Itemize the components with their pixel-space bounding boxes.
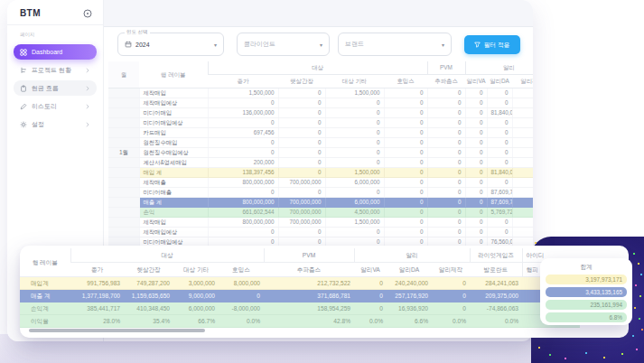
- value-cell: 0: [384, 108, 427, 118]
- value-cell: 0: [487, 88, 512, 98]
- group-header: 알리: [465, 61, 533, 75]
- value-cell: 371,686,781: [264, 290, 354, 302]
- sidebar-section-label: 페이지: [7, 30, 103, 42]
- value-cell: 0: [487, 138, 512, 148]
- year-select[interactable]: 연도 선택 2024 ▾: [117, 33, 224, 56]
- month-cell: [108, 128, 139, 138]
- column-header: 호밍스: [384, 75, 427, 88]
- sidebar-toggle-icon[interactable]: [83, 9, 92, 18]
- horizontal-scrollbar[interactable]: [29, 329, 205, 332]
- total-purchases: 3,197,973,171: [546, 275, 627, 284]
- value-cell: 0: [278, 138, 325, 148]
- row-label-column-header: 행 레이블: [139, 61, 208, 88]
- month-cell: [108, 108, 139, 118]
- table-row: 원천징수매입예상 0 0 0 0 0 0 0: [108, 148, 533, 158]
- value-cell: [512, 228, 533, 237]
- value-cell: 800,000,000: [208, 178, 278, 188]
- total-profit: 235,161,994: [546, 300, 627, 310]
- value-cell: 0: [487, 218, 512, 228]
- value-cell: 697,456: [208, 128, 278, 138]
- sidebar-item-settings[interactable]: 설정: [14, 116, 97, 132]
- value-cell: 0: [465, 108, 487, 118]
- calendar-icon: [125, 41, 132, 48]
- value-cell: 0: [208, 228, 278, 237]
- row-label-cell: 제작매입예상: [139, 228, 208, 237]
- column-header: 종가: [208, 75, 278, 88]
- value-cell: 0: [325, 148, 384, 158]
- client-select[interactable]: 클라이언트 ▾: [237, 33, 330, 56]
- brand-select[interactable]: 브랜드 ▾: [338, 33, 452, 56]
- sidebar-item-cashflow[interactable]: 현금 흐름: [14, 80, 97, 96]
- totals-card: 합계 3,197,973,171 3,433,135,165 235,161,9…: [540, 258, 632, 325]
- value-cell: 0: [465, 178, 487, 188]
- month-cell: [108, 98, 139, 108]
- table-row: 매출 계 800,000,000 700,000,000 6,000,000 0…: [108, 198, 533, 208]
- value-cell: 0: [219, 290, 264, 302]
- value-cell: 0: [278, 108, 325, 118]
- column-header: 햇살간장: [124, 263, 173, 277]
- value-cell: 0: [384, 178, 427, 188]
- sidebar-item-history[interactable]: 히스토리: [14, 98, 97, 114]
- row-label-cell: 손익: [139, 208, 208, 218]
- value-cell: 200,000: [208, 158, 278, 168]
- value-cell: 0: [465, 198, 487, 208]
- row-label-cell: 미디어매출: [139, 188, 208, 198]
- value-cell: 0: [487, 98, 512, 108]
- value-cell: 16,936,920: [387, 302, 432, 315]
- value-cell: 700,000,000: [278, 178, 325, 188]
- value-cell: 81,840,000: [487, 168, 512, 178]
- value-cell: [512, 108, 533, 118]
- value-cell: 0: [465, 168, 487, 178]
- column-header: 알리VA: [354, 263, 387, 277]
- chevron-down-icon: ▾: [214, 42, 217, 48]
- row-label-cell: 매출 계: [139, 198, 208, 208]
- table-row: 계산서&영세매입 200,000 0 0 0 0 0 0: [108, 158, 533, 168]
- value-cell: 0: [325, 228, 384, 237]
- chevron-right-icon: [85, 122, 90, 127]
- month-cell: [108, 88, 139, 98]
- value-cell: 0: [325, 108, 384, 118]
- value-cell: 1,500,000: [325, 88, 384, 98]
- funnel-icon: [474, 42, 481, 48]
- value-cell: 0: [384, 158, 427, 168]
- value-cell: 0: [487, 158, 512, 168]
- row-label-cell: 제작매출: [139, 178, 208, 188]
- value-cell: 209,375,000: [470, 290, 522, 302]
- value-cell: 0: [208, 188, 278, 198]
- year-select-label: 연도 선택: [125, 30, 150, 35]
- total-margin: 6.8%: [546, 312, 627, 322]
- sidebar-item-dashboard[interactable]: Dashboard: [14, 44, 97, 60]
- value-cell: [512, 128, 533, 138]
- value-cell: 0: [487, 228, 512, 237]
- table-row: 미디어매출 0 0 0 0 0 0 87,609,720: [108, 188, 533, 198]
- value-cell: 0: [325, 98, 384, 108]
- row-label-cell: 매입계: [20, 277, 70, 290]
- value-cell: 81,840,000: [487, 108, 512, 118]
- chevron-down-icon: ▾: [320, 42, 322, 48]
- value-cell: 0: [487, 148, 512, 158]
- sidebar-item-projects[interactable]: 프로젝트 현황: [14, 62, 97, 78]
- value-cell: 0: [384, 138, 427, 148]
- value-cell: 0: [427, 178, 465, 188]
- value-cell: 1,500,000: [325, 168, 384, 178]
- value-cell: 5,769,720: [487, 208, 512, 218]
- value-cell: 1,159,635,650: [124, 290, 173, 302]
- totals-title: 합계: [546, 263, 627, 272]
- table-row: 매입 계 138,397,456 0 1,500,000 0 0 0 81,84…: [108, 168, 533, 178]
- table-row: 미디어매입 136,000,000 0 0 0 0 0 81,840,000: [108, 108, 533, 118]
- month-cell: [108, 118, 139, 128]
- row-label-cell: 제작매입예상: [139, 98, 208, 108]
- row-label-cell: 카드매입: [139, 128, 208, 138]
- value-cell: [512, 88, 533, 98]
- month-cell: [108, 198, 139, 208]
- apply-filter-button[interactable]: 필터 적용: [464, 35, 520, 54]
- value-cell: 0: [278, 188, 325, 198]
- value-cell: 385,441,717: [70, 302, 124, 315]
- value-cell: 0: [384, 148, 427, 158]
- value-cell: 0: [354, 277, 387, 290]
- value-cell: 0: [325, 128, 384, 138]
- column-header: 추파춥스: [427, 75, 465, 88]
- table-row: 미디어매입예상 0 0 0 0 0 0 0: [108, 118, 533, 128]
- total-sales: 3,433,135,165: [546, 287, 627, 297]
- summary-row: 매입계 991,756,983 749,287,200 3,000,000 8,…: [20, 277, 580, 290]
